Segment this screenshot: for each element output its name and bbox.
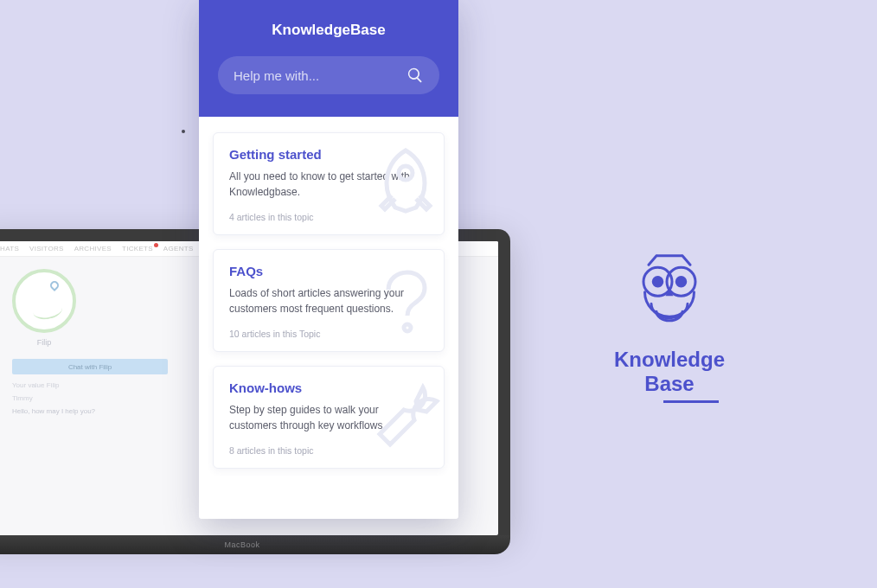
nav-item: AGENTS	[163, 245, 194, 252]
laptop-model-label: MacBook	[224, 540, 259, 549]
kb-title: KnowledgeBase	[218, 22, 439, 39]
rocket-icon	[362, 142, 445, 228]
svg-point-1	[404, 324, 411, 331]
brand-name-line1: Knowledge	[614, 348, 725, 372]
svg-point-0	[399, 166, 413, 180]
nav-item: CHATS	[0, 245, 19, 252]
brand-block: Knowledge Base	[583, 251, 756, 403]
bullet-dot	[182, 130, 185, 133]
wrench-icon	[362, 375, 445, 462]
kb-card-know-hows[interactable]: Know-hows Step by step guides to walk yo…	[213, 366, 445, 469]
nav-item: VISITORS	[29, 245, 64, 252]
map-pin-icon	[48, 279, 61, 291]
chat-ribbon: Chat with Filip	[12, 359, 168, 374]
question-icon	[362, 259, 445, 345]
kb-header: KnowledgeBase	[199, 0, 458, 117]
search-input[interactable]	[234, 68, 398, 83]
svg-point-4	[653, 278, 663, 287]
nav-item: ARCHIVES	[74, 245, 112, 252]
owl-icon	[631, 251, 708, 337]
kb-card-getting-started[interactable]: Getting started All you need to know to …	[213, 132, 445, 235]
kb-widget: KnowledgeBase Getting started All you ne…	[199, 0, 458, 519]
search-icon[interactable]	[406, 67, 424, 84]
kb-card-faqs[interactable]: FAQs Loads of short articles answering y…	[213, 249, 445, 352]
brand-name-line2: Base	[644, 372, 694, 396]
svg-point-5	[676, 278, 686, 287]
visitor-avatar	[12, 269, 76, 333]
laptop-base: MacBook	[0, 535, 510, 554]
visitor-name: Filip	[12, 338, 76, 347]
nav-item: TICKETS	[122, 245, 153, 252]
brand-underline	[663, 400, 719, 403]
brand-name: Knowledge Base	[614, 348, 725, 395]
search-field[interactable]	[218, 56, 439, 94]
kb-card-list: Getting started All you need to know to …	[199, 117, 458, 489]
